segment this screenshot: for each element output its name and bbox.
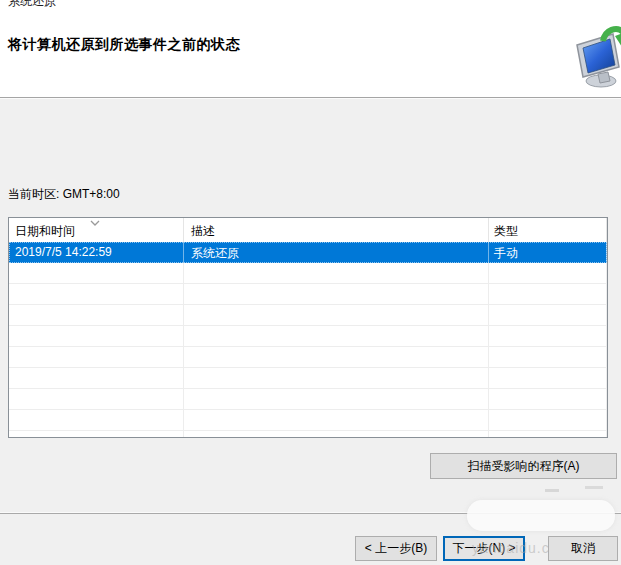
watermark-dash [585, 486, 603, 489]
table-empty-row [9, 305, 607, 326]
table-empty-row [9, 368, 607, 389]
restore-points-table: 日期和时间 描述 类型 2019/7/5 14:22:59 系统还原 手动 [8, 217, 608, 438]
system-restore-icon [574, 24, 621, 90]
table-empty-row [9, 347, 607, 368]
scan-affected-programs-button[interactable]: 扫描受影响的程序(A) [430, 453, 617, 479]
table-empty-row [9, 263, 607, 284]
table-empty-row [9, 389, 607, 410]
cancel-button[interactable]: 取消 [548, 536, 618, 561]
column-header-type[interactable]: 类型 [489, 218, 607, 242]
wizard-body-panel: 当前时区: GMT+8:00 日期和时间 描述 类型 2019/7/5 14:2 [0, 97, 621, 565]
system-restore-wizard-window: 系统还原 将计算机还原到所选事件之前的状态 当前时区: GMT+8:00 [0, 0, 621, 565]
table-empty-row [9, 431, 607, 438]
watermark-dash [545, 489, 559, 492]
restore-point-type: 手动 [489, 242, 607, 263]
window-title: 系统还原 [8, 0, 56, 10]
table-empty-row [9, 284, 607, 305]
back-button[interactable]: < 上一步(B) [355, 536, 437, 561]
timezone-label: 当前时区: GMT+8:00 [8, 186, 120, 203]
table-empty-row [9, 410, 607, 431]
column-header-description[interactable]: 描述 [184, 218, 489, 242]
page-title: 将计算机还原到所选事件之前的状态 [8, 36, 240, 54]
table-empty-row [9, 326, 607, 347]
restore-point-date: 2019/7/5 14:22:59 [9, 242, 184, 263]
column-header-date[interactable]: 日期和时间 [9, 218, 184, 242]
watermark-blob [467, 500, 615, 531]
chevron-down-icon [89, 218, 101, 224]
table-row-selected[interactable]: 2019/7/5 14:22:59 系统还原 手动 [9, 242, 607, 263]
restore-point-description: 系统还原 [184, 242, 489, 263]
table-header-row: 日期和时间 描述 类型 [9, 218, 607, 242]
next-button[interactable]: 下一步(N) > [443, 536, 525, 561]
